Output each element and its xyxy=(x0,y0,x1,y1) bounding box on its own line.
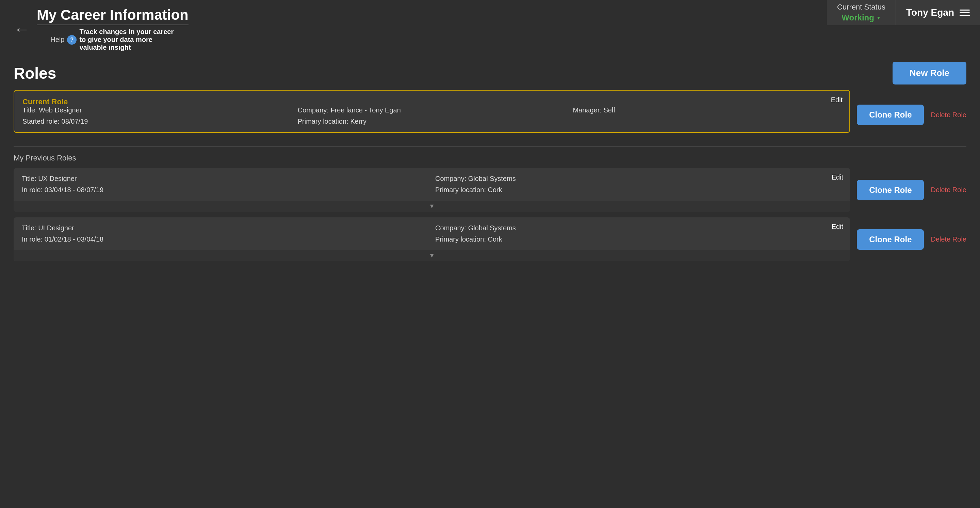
current-status-value[interactable]: Working ▼ xyxy=(842,13,881,22)
prev-role-actions-1: Clone Role Delete Role xyxy=(857,229,966,250)
help-row: Help ? Track changes in your career to g… xyxy=(50,28,175,51)
current-role-row: Current Role Edit Title: Web Designer Co… xyxy=(14,90,966,140)
current-role-edit-link[interactable]: Edit xyxy=(831,96,843,104)
current-role-company: Company: Free lance - Tony Egan xyxy=(298,106,566,114)
prev-role-delete-link-1[interactable]: Delete Role xyxy=(931,235,966,243)
prev-role-row-0: Edit Title: UX Designer Company: Global … xyxy=(14,168,966,212)
prev-role-inrole-1: In role: 01/02/18 - 03/04/18 xyxy=(22,235,428,243)
page-header: Current Status Working ▼ Tony Egan ← My … xyxy=(0,0,980,51)
header-left: ← My Career Information Help ? Track cha… xyxy=(14,7,189,51)
prev-role-location-1: Primary location: Cork xyxy=(435,235,842,243)
prev-role-card-0: Edit Title: UX Designer Company: Global … xyxy=(14,168,850,201)
prev-role-details-1: Title: UI Designer Company: Global Syste… xyxy=(22,224,842,243)
current-role-label: Current Role xyxy=(22,97,68,106)
previous-roles-label: My Previous Roles xyxy=(14,154,966,163)
prev-role-inrole-0: In role: 03/04/18 - 08/07/19 xyxy=(22,186,428,194)
prev-role-clone-button-1[interactable]: Clone Role xyxy=(857,229,924,250)
prev-role-location-0: Primary location: Cork xyxy=(435,186,842,194)
roles-title-wrapper: Roles xyxy=(14,64,886,83)
section-divider xyxy=(14,147,966,147)
new-role-button[interactable]: New Role xyxy=(892,62,966,85)
current-status-label: Current Status xyxy=(837,3,885,11)
prev-role-card-wrapper-1: Edit Title: UI Designer Company: Global … xyxy=(14,217,850,261)
prev-role-wrapper-1: Edit Title: UI Designer Company: Global … xyxy=(14,217,850,261)
current-role-started: Started role: 08/07/19 xyxy=(22,118,291,125)
back-button[interactable]: ← xyxy=(14,21,30,37)
user-name: Tony Egan xyxy=(906,7,954,18)
hamburger-menu-icon[interactable] xyxy=(959,10,970,16)
current-role-card-wrapper: Current Role Edit Title: Web Designer Co… xyxy=(14,90,850,140)
current-role-manager: Manager: Self xyxy=(573,106,841,114)
main-content: Roles New Role Current Role Edit Title: … xyxy=(0,51,980,280)
prev-role-expand-1[interactable]: ▼ xyxy=(14,250,850,261)
dropdown-arrow-icon[interactable]: ▼ xyxy=(876,15,881,21)
prev-role-edit-link-0[interactable]: Edit xyxy=(832,173,843,181)
current-role-delete-link[interactable]: Delete Role xyxy=(931,111,966,119)
title-block: My Career Information Help ? Track chang… xyxy=(37,7,189,51)
current-role-clone-button[interactable]: Clone Role xyxy=(857,105,924,125)
prev-role-title-1: Title: UI Designer xyxy=(22,224,428,232)
prev-role-details-0: Title: UX Designer Company: Global Syste… xyxy=(22,175,842,194)
prev-role-row-1: Edit Title: UI Designer Company: Global … xyxy=(14,217,966,261)
prev-role-title-0: Title: UX Designer xyxy=(22,175,428,183)
current-role-details: Title: Web Designer Company: Free lance … xyxy=(22,106,841,125)
prev-role-actions-0: Clone Role Delete Role xyxy=(857,180,966,200)
current-role-card: Current Role Edit Title: Web Designer Co… xyxy=(14,90,850,133)
prev-role-delete-link-0[interactable]: Delete Role xyxy=(931,186,966,194)
page-title: My Career Information xyxy=(37,7,189,23)
prev-role-company-0: Company: Global Systems xyxy=(435,175,842,183)
current-role-title: Title: Web Designer xyxy=(22,106,291,114)
prev-role-expand-0[interactable]: ▼ xyxy=(14,201,850,212)
current-role-location: Primary location: Kerry xyxy=(298,118,566,125)
current-status-block: Current Status Working ▼ xyxy=(827,0,896,25)
current-role-actions: Clone Role Delete Role xyxy=(857,105,966,125)
prev-role-edit-link-1[interactable]: Edit xyxy=(832,223,843,231)
roles-header-row: Roles New Role xyxy=(14,62,966,85)
prev-role-wrapper-0: Edit Title: UX Designer Company: Global … xyxy=(14,168,850,212)
user-block: Tony Egan xyxy=(896,0,980,25)
roles-title: Roles xyxy=(14,64,56,82)
help-text: Track changes in your career to give you… xyxy=(79,28,175,51)
status-text: Working xyxy=(842,13,874,22)
help-label: Help xyxy=(50,36,64,44)
header-right: Current Status Working ▼ Tony Egan xyxy=(827,0,980,25)
new-role-actions: New Role xyxy=(892,62,966,85)
prev-role-card-wrapper-0: Edit Title: UX Designer Company: Global … xyxy=(14,168,850,212)
prev-role-company-1: Company: Global Systems xyxy=(435,224,842,232)
title-underline xyxy=(37,24,189,25)
prev-role-clone-button-0[interactable]: Clone Role xyxy=(857,180,924,200)
help-icon[interactable]: ? xyxy=(67,35,76,45)
prev-role-card-1: Edit Title: UI Designer Company: Global … xyxy=(14,217,850,250)
